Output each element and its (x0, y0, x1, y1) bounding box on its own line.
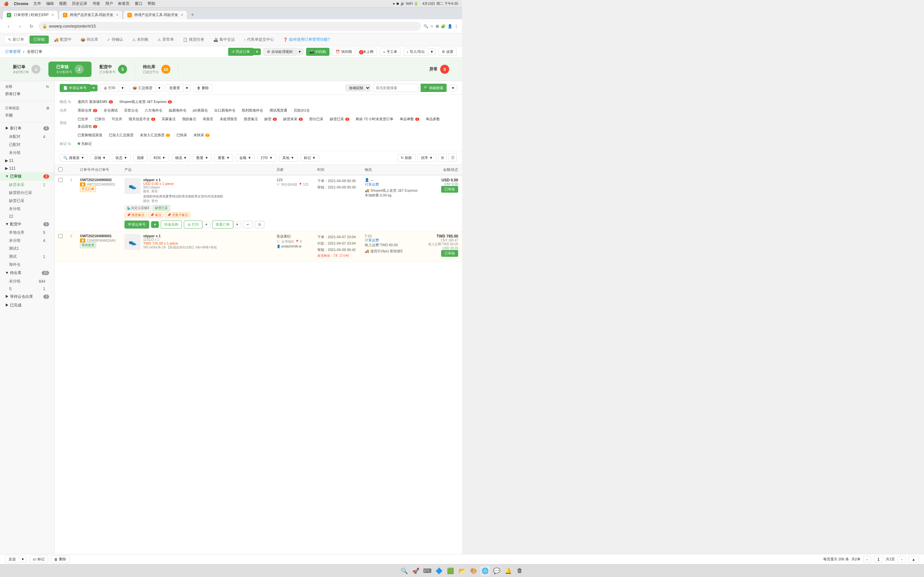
row1-print-btn[interactable]: 🖨 打印 (184, 221, 202, 229)
auto-process-dropdown[interactable]: ▼ (296, 48, 304, 55)
filter-wh-kaili[interactable]: 凯利凯海外仓 (239, 107, 266, 113)
refresh-table-btn[interactable]: ↻ 刷新 (397, 154, 415, 162)
row1-note-note[interactable]: 📌 备注 (148, 212, 164, 218)
filter-sys-multi-pack[interactable]: 多品混包 1 (75, 123, 100, 129)
sidebar-sub-test1[interactable]: 测试1 (0, 245, 54, 253)
row2-calc-ship[interactable]: 计算运费 (365, 238, 419, 243)
tab-cross1[interactable]: K 跨境产品开发工具-同款开发 ✕ (59, 10, 123, 19)
filter-wh-baijia[interactable]: 贝加尔1仓 (291, 107, 312, 113)
country-filter-btn[interactable]: 国家 (134, 154, 148, 161)
other-filter-btn[interactable]: 其他 ▼ (279, 154, 298, 161)
print-dropdown[interactable]: ▼ (119, 85, 126, 91)
amount-filter-btn[interactable]: 金额 ▼ (236, 154, 255, 161)
sidebar-sub-overseas[interactable]: 海外仓 (0, 261, 54, 269)
batch-search-input[interactable] (373, 84, 418, 92)
new-tab-btn[interactable]: + (188, 10, 197, 19)
batch-goods-btn[interactable]: 📦 汇总拣货 (129, 84, 156, 92)
auto-process-btn[interactable]: ⚙ 自动处理规则 (263, 48, 296, 56)
filter-wh-gucu[interactable]: 谷仓测试 (101, 107, 120, 113)
sidebar-sub-ungrouped-out[interactable]: 未分组 844 (0, 277, 54, 285)
filter-sys-lack-unpurchased[interactable]: 缺货未采 1 (281, 116, 305, 122)
sort-btn[interactable]: 排序 ▼ (417, 154, 436, 162)
status-card-pending-out[interactable]: 待出库 已提交平台 10 (135, 61, 178, 77)
deselect-dropdown[interactable]: ▼ (19, 556, 27, 562)
quick-arrive-btn[interactable]: ⏰ 快到期 (332, 48, 355, 56)
row1-apply-ship-btn[interactable]: 申请运单号 (124, 221, 149, 229)
filter-sys-my-note[interactable]: 我的备注 (180, 116, 199, 122)
mark-bottom-btn[interactable]: 🏷 标记 (29, 555, 48, 563)
sidebar-sub-lack-purchased[interactable]: 缺货已采 (0, 197, 54, 205)
nav-reviewed[interactable]: 已审核 (29, 35, 49, 44)
filter-extra-added-pick[interactable]: 已加入汇总拣货 (106, 132, 136, 138)
sidebar-refresh-icon[interactable]: ↻ (46, 85, 49, 89)
row1-note-no-customer[interactable]: 📌 无客户备注 (165, 212, 190, 218)
filter-wh-jsh[interactable]: jsh美国仓 (190, 107, 210, 113)
sidebar-sub-test[interactable]: 测试 1 (0, 253, 54, 261)
nav-not-arrived[interactable]: ⚠ 未到账 (128, 35, 152, 44)
menu-help[interactable]: 帮助 (148, 1, 155, 6)
tab-erp[interactable]: E 订单管理 | 旺销王ERP ✕ (3, 10, 58, 19)
menu-file[interactable]: 文件 (33, 1, 41, 6)
nav-combined-ship[interactable]: 🚢 集中交运 (210, 35, 239, 44)
tab-cross2[interactable]: K 跨境产品开发工具-同款开发 ✕ (123, 10, 187, 19)
status-card-new[interactable]: 新订单 未处理订单 4 (5, 61, 48, 77)
forward-btn[interactable]: › (15, 22, 24, 31)
filter-sys-can-merge[interactable]: 可合并 (109, 116, 125, 122)
filter-extra-not-quick[interactable]: 未快采 2 (191, 132, 212, 138)
sidebar-sub-local-wh[interactable]: 本地仓库 5 (0, 229, 54, 237)
menu-edit[interactable]: 编辑 (46, 1, 54, 6)
nav-new-order[interactable]: ✎ 新订单 (4, 35, 28, 44)
row1-view-btn[interactable]: 查看订单 (212, 221, 233, 229)
sync-order-btn[interactable]: ↺ 同步订单 (228, 48, 253, 56)
filter-extra-changed[interactable]: 已更换物流渠道 (75, 132, 105, 138)
apply-shipping-dropdown[interactable]: ▼ (90, 85, 97, 91)
sidebar-sub-22[interactable]: 22 (0, 213, 54, 220)
menu-view[interactable]: 视图 (59, 1, 67, 6)
logistics-refresh-icon[interactable]: ↻ (68, 100, 71, 104)
tab-close-cross1[interactable]: ✕ (116, 13, 118, 17)
filter-sys-partial[interactable]: 部分已采 (307, 116, 326, 122)
dock-terminal[interactable]: ⌨ (422, 566, 433, 576)
status-filter-btn[interactable]: 状态 ▼ (112, 154, 131, 161)
sidebar-item-11[interactable]: ▶ 11 (0, 157, 54, 164)
sync-order-dropdown[interactable]: ▼ (253, 48, 261, 55)
dock-finder[interactable]: 🔍 (399, 566, 409, 576)
filter-sys-lack[interactable]: 缺货 1 (262, 116, 279, 122)
filter-sys-pick-note[interactable]: 拣货备注 (241, 116, 260, 122)
filter-sys-split[interactable]: 已拆分 (92, 116, 108, 122)
sidebar-item-all-orders[interactable]: 所有订单 (0, 90, 54, 98)
sidebar-sub-s[interactable]: S 1 (0, 285, 54, 292)
row1-calc-ship[interactable]: 计算运费 (365, 182, 419, 187)
sidebar-sub-ungrouped-ship[interactable]: 未分组 4 (0, 237, 54, 245)
batch-dropdown[interactable]: ▼ (183, 85, 191, 91)
scan-code-btn[interactable]: 📷 扫码购 (306, 48, 330, 56)
logistics-filter-btn[interactable]: 物流 ▼ (172, 154, 191, 161)
row1-checkbox[interactable] (58, 178, 63, 182)
dock-node[interactable]: 🟩 (445, 566, 456, 576)
row1-print-dropdown[interactable]: ▼ (202, 221, 210, 228)
tab-close-cross2[interactable]: ✕ (181, 13, 183, 17)
select-all-checkbox[interactable] (58, 167, 63, 171)
row1-undo-btn[interactable]: ↩ (243, 221, 253, 228)
import-export-dropdown[interactable]: ▼ (428, 48, 436, 55)
row1-apply-ship-dropdown[interactable]: ▼ (151, 221, 159, 228)
filter-sys-unprocessed[interactable]: 未处理留言 (217, 116, 240, 122)
shop-filter-btn[interactable]: 店铺 ▼ (90, 154, 110, 161)
mark-filter-btn[interactable]: 标记 ▼ (300, 154, 319, 161)
time-filter-btn[interactable]: 时间 ▼ (150, 154, 169, 161)
sidebar-item-cloud-out[interactable]: ▶ 等待云仓出库 3 (0, 292, 54, 301)
dock-vscode[interactable]: 🔷 (434, 566, 444, 576)
nav-consign[interactable]: ↑ 代售单提交中心 (240, 35, 278, 44)
settings-btn[interactable]: ⚙ 设置 (438, 48, 457, 56)
row2-status-btn[interactable]: 已审核 (441, 250, 458, 257)
grid-view-btn[interactable]: ⊞ (438, 153, 447, 162)
filter-wh-ceshi[interactable]: 测试甩货通 (267, 107, 290, 113)
filter-wh-system[interactable]: 系统仓库 2 (75, 107, 100, 113)
row1-status-btn[interactable]: 已审核 (441, 186, 458, 193)
row1-order-id[interactable]: OWT202104090002 (80, 178, 117, 182)
filter-sys-customs[interactable]: 报关信息不全 1 (126, 116, 158, 122)
quantity-filter-btn[interactable]: 数量 ▼ (193, 154, 212, 161)
row1-note-pick[interactable]: 📌 拣货备注 (124, 212, 147, 218)
menu-history[interactable]: 历史记录 (72, 1, 87, 6)
address-bar[interactable]: 🔒 wxwerp.com/erp/order/#/15 (39, 22, 421, 31)
